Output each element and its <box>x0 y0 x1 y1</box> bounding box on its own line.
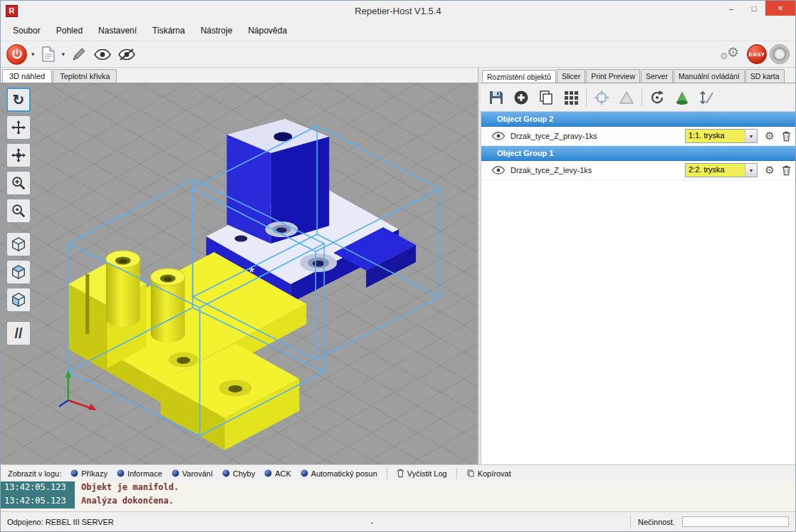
visibility-eye-icon[interactable] <box>491 166 506 174</box>
extruder-select[interactable]: 1:1. tryska ▾ <box>685 129 758 143</box>
toggle-label: Informace <box>127 469 162 478</box>
app-window: R Repetier-Host V1.5.4 – □ ✕ Soubor Pohl… <box>0 0 796 532</box>
toggle-commands[interactable]: Příkazy <box>70 469 108 478</box>
3d-viewport[interactable]: * ↻ <box>1 83 478 464</box>
cursor-asterisk: * <box>248 264 254 280</box>
show-filament-button[interactable] <box>92 43 113 65</box>
emergency-stop-button[interactable] <box>770 44 790 64</box>
object-move-button[interactable] <box>6 143 31 167</box>
control-pane: Rozmístění objektů Slicer Print Preview … <box>481 68 795 464</box>
add-object-button[interactable] <box>511 88 531 108</box>
copy-object-button[interactable] <box>536 88 556 108</box>
maximize-button[interactable]: □ <box>743 1 765 16</box>
object-group-header[interactable]: Object Group 2 <box>481 112 795 127</box>
rotate-object-icon <box>649 89 666 106</box>
log-message: Analýza dokončena. <box>75 495 180 508</box>
save-objects-button[interactable] <box>486 88 506 108</box>
rotate-object-button[interactable] <box>647 88 667 108</box>
visibility-eye-icon[interactable] <box>491 132 506 140</box>
toggle-info[interactable]: Informace <box>117 469 162 478</box>
tab-3d-view[interactable]: 3D náhled <box>2 69 52 83</box>
chevron-down-icon[interactable]: ▾ <box>745 164 757 177</box>
extruder-select[interactable]: 2:2. tryska ▾ <box>685 163 758 177</box>
zoom-fit-icon <box>11 203 26 219</box>
menu-soubor[interactable]: Soubor <box>5 22 48 39</box>
control-tabs: Rozmístění objektů Slicer Print Preview … <box>481 68 795 83</box>
log-area[interactable]: 13:42:05.123 Objekt je manifold. 13:42:0… <box>1 481 795 511</box>
tab-sd-card[interactable]: SD karta <box>745 69 785 83</box>
tab-object-placement[interactable]: Rozmístění objektů <box>482 70 556 83</box>
chevron-down-icon[interactable]: ▾ <box>745 130 757 142</box>
edit-button[interactable] <box>69 43 89 65</box>
load-button[interactable] <box>39 43 58 65</box>
toggle-dot-icon <box>264 469 272 477</box>
eye-icon <box>94 49 111 60</box>
delete-object-button[interactable] <box>782 165 791 176</box>
log-toolbar: Zobrazit v logu: Příkazy Informace Varov… <box>1 464 795 481</box>
toggle-warnings[interactable]: Varování <box>172 469 213 478</box>
menu-tiskarna[interactable]: Tiskárna <box>145 22 193 39</box>
connect-button[interactable] <box>6 44 27 65</box>
menu-nastroje[interactable]: Nástroje <box>193 22 241 39</box>
tab-temperature-curve[interactable]: Teplotní křivka <box>53 69 117 83</box>
log-row: 13:42:05.123 Objekt je manifold. <box>1 481 795 495</box>
printer-settings-button[interactable]: ⚙ ⚙ <box>720 43 744 65</box>
menu-napoveda[interactable]: Nápověda <box>240 22 295 39</box>
3d-scene[interactable]: * <box>1 83 478 464</box>
save-icon <box>488 89 505 106</box>
zoom-fit-button[interactable] <box>6 199 31 223</box>
easy-mode-button[interactable]: EASY <box>747 44 767 64</box>
object-list: Object Group 2 Drzak_tyce_Z_pravy-1ks 1:… <box>481 112 795 464</box>
tab-server[interactable]: Server <box>641 69 673 83</box>
load-dropdown-caret[interactable]: ▾ <box>61 51 67 58</box>
parallel-projection-button[interactable]: // <box>6 321 31 345</box>
view-side-button[interactable] <box>6 288 31 312</box>
toggle-errors[interactable]: Chyby <box>222 469 255 478</box>
measure-icon <box>698 89 716 106</box>
center-object-button[interactable] <box>592 88 612 108</box>
object-settings-button[interactable]: ⚙ <box>763 164 777 177</box>
gear-icon: ⚙ <box>727 44 739 61</box>
connect-dropdown-caret[interactable]: ▾ <box>30 51 36 58</box>
triangle-icon <box>618 89 635 106</box>
close-button[interactable]: ✕ <box>765 1 795 16</box>
toggle-label: Varování <box>182 469 213 478</box>
object-row[interactable]: Drzak_tyce_Z_pravy-1ks 1:1. tryska ▾ ⚙ <box>481 127 795 146</box>
toggle-dot-icon <box>117 469 125 477</box>
object-settings-button[interactable]: ⚙ <box>763 130 777 142</box>
toggle-autoscroll[interactable]: Automatický posun <box>300 469 377 478</box>
copy-log-button[interactable]: Kopírovat <box>466 469 511 478</box>
drop-object-button[interactable] <box>617 88 637 108</box>
progress-bar <box>682 516 789 527</box>
tab-print-preview[interactable]: Print Preview <box>586 69 640 83</box>
view-move-button[interactable] <box>6 115 31 140</box>
cube-top-icon <box>11 264 26 280</box>
view-rotate-button[interactable]: ↻ <box>6 88 31 112</box>
document-icon <box>42 46 55 62</box>
hide-travel-button[interactable] <box>116 43 137 65</box>
toggle-ack[interactable]: ACK <box>264 469 291 478</box>
toggle-label: Automatický posun <box>311 469 377 478</box>
minimize-button[interactable]: – <box>720 1 743 16</box>
menu-pohled[interactable]: Pohled <box>48 22 90 39</box>
clear-log-label: Vyčistit Log <box>407 469 447 478</box>
scale-object-button[interactable] <box>672 88 692 108</box>
object-name: Drzak_tyce_Z_pravy-1ks <box>510 132 680 140</box>
object-row[interactable]: Drzak_tyce_Z_levy-1ks 2:2. tryska ▾ ⚙ <box>481 161 795 180</box>
group-header-label: Object Group 1 <box>497 149 553 157</box>
object-group-header[interactable]: Object Group 1 <box>481 146 795 161</box>
tab-manual-control[interactable]: Manuální ovládání <box>674 69 745 83</box>
titlebar: R Repetier-Host V1.5.4 – □ ✕ <box>1 1 795 21</box>
view-front-button[interactable] <box>6 260 31 284</box>
cut-object-button[interactable] <box>697 88 717 108</box>
clear-log-button[interactable]: Vyčistit Log <box>397 469 447 478</box>
autoposition-button[interactable] <box>561 88 581 108</box>
group-header-label: Object Group 2 <box>497 115 553 123</box>
delete-object-button[interactable] <box>782 131 791 142</box>
view-iso-button[interactable] <box>6 232 31 256</box>
tab-slicer[interactable]: Slicer <box>557 69 585 83</box>
cube-side-icon <box>11 292 26 308</box>
zoom-in-button[interactable] <box>6 171 31 195</box>
zoom-in-icon <box>11 175 26 191</box>
menu-nastaveni[interactable]: Nastavení <box>90 22 145 39</box>
